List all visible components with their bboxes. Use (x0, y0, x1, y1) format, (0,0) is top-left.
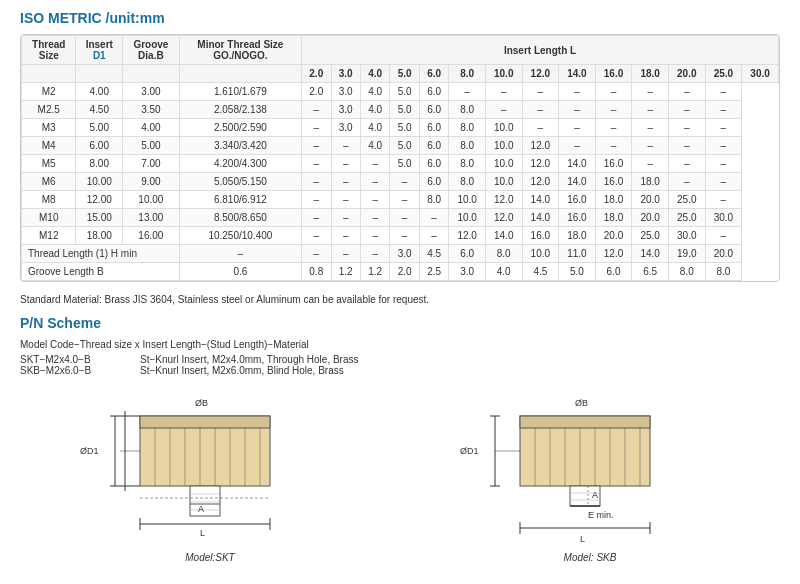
row-length-val: 25.0 (668, 209, 705, 227)
row-length-val: 4.0 (360, 101, 389, 119)
row-length-val: 14.0 (485, 227, 522, 245)
row-length-val: – (331, 137, 360, 155)
page-title: ISO METRIC /unit:mm (20, 10, 780, 26)
row-length-val: – (390, 173, 419, 191)
row-length-val: – (668, 101, 705, 119)
row-insert: 6.00 (76, 137, 123, 155)
row-length-val: – (360, 209, 389, 227)
row-insert: 4.50 (76, 101, 123, 119)
row-length-val: 16.0 (559, 191, 596, 209)
row-length-val: 3.0 (449, 263, 486, 281)
row-length-val: 4.5 (522, 263, 559, 281)
len-30: 30.0 (742, 65, 779, 83)
row-length-val: 10.0 (449, 191, 486, 209)
row-length-val: 3.0 (390, 245, 419, 263)
row-length-val: – (705, 101, 742, 119)
row-length-val: 6.0 (449, 245, 486, 263)
row-length-val: – (331, 227, 360, 245)
row-length-val: 5.0 (390, 101, 419, 119)
spec-table-wrapper: ThreadSize InsertD1 GrooveDia.B Minor Th… (20, 34, 780, 282)
row-length-val: 8.0 (419, 191, 448, 209)
row-length-val: 4.0 (360, 83, 389, 101)
row-length-val: 5.0 (390, 83, 419, 101)
row-length-val: – (705, 191, 742, 209)
row-length-val: 6.5 (632, 263, 669, 281)
row-length-val: – (705, 83, 742, 101)
row-insert: 4.00 (76, 83, 123, 101)
row-length-val: 6.0 (419, 155, 448, 173)
len-25: 25.0 (705, 65, 742, 83)
row-length-val: 20.0 (705, 245, 742, 263)
row-length-val: – (331, 191, 360, 209)
row-length-val: 0.8 (302, 263, 331, 281)
row-length-val: 6.0 (419, 119, 448, 137)
row-length-val: – (302, 173, 331, 191)
row-length-val: 20.0 (632, 191, 669, 209)
row-thread: M2.5 (22, 101, 76, 119)
svg-rect-10 (190, 486, 220, 516)
row-length-val: – (559, 119, 596, 137)
len-6: 6.0 (419, 65, 448, 83)
row-minor: 6.810/6.912 (179, 191, 301, 209)
col-insert-d1: InsertD1 (76, 36, 123, 65)
row-label: Groove Length B (22, 263, 180, 281)
row-length-val: 6.0 (595, 263, 632, 281)
table-row: Groove Length B0.60.81.21.22.02.53.04.04… (22, 263, 779, 281)
col-blank2 (76, 65, 123, 83)
row-thread: M10 (22, 209, 76, 227)
pn-scheme-section: P/N Scheme Model Code−Thread size x Inse… (20, 315, 780, 376)
row-length-val: 3.0 (331, 119, 360, 137)
skb-svg: ØD1 ØB A E min. L (440, 386, 740, 546)
row-length-val: 12.0 (522, 155, 559, 173)
row-length-val: – (331, 245, 360, 263)
skt-svg: ØD1 ØB A L (60, 386, 360, 546)
row-length-val: – (360, 173, 389, 191)
row-groove: 3.00 (123, 83, 180, 101)
row-minor: 8.500/8.650 (179, 209, 301, 227)
row-length-val: – (705, 137, 742, 155)
row-length-val: 2.0 (302, 83, 331, 101)
row-length-val: 10.0 (485, 155, 522, 173)
row-length-val: 6.0 (419, 83, 448, 101)
row-minor: 4.200/4.300 (179, 155, 301, 173)
table-row: M46.005.003.340/3.420––4.05.06.08.010.01… (22, 137, 779, 155)
len-2: 2.0 (302, 65, 331, 83)
skb-label: Model: SKB (564, 552, 617, 563)
row-length-val: 18.0 (632, 173, 669, 191)
row-length-val: 5.0 (390, 119, 419, 137)
row-length-val: 8.0 (668, 263, 705, 281)
row-length-val: – (302, 191, 331, 209)
row-groove: 10.00 (123, 191, 180, 209)
row-length-val: 25.0 (632, 227, 669, 245)
pn-item-desc: St−Knurl Insert, M2x4.0mm, Through Hole,… (140, 354, 359, 365)
row-length-val: 14.0 (522, 209, 559, 227)
row-length-val: 8.0 (449, 155, 486, 173)
table-row: Thread Length (1) H min––––3.04.56.08.01… (22, 245, 779, 263)
row-length-val: 8.0 (449, 137, 486, 155)
len-14: 14.0 (559, 65, 596, 83)
row-length-val: – (302, 155, 331, 173)
skb-l-label: L (580, 534, 585, 544)
row-length-val: 30.0 (668, 227, 705, 245)
row-length-val: – (668, 173, 705, 191)
row-length-val: 12.0 (449, 227, 486, 245)
row-groove: 9.00 (123, 173, 180, 191)
row-length-val: 10.0 (485, 119, 522, 137)
row-insert: 5.00 (76, 119, 123, 137)
row-length-val: 10.0 (449, 209, 486, 227)
row-length-val: 16.0 (522, 227, 559, 245)
len-12: 12.0 (522, 65, 559, 83)
row-length-val: 6.0 (419, 137, 448, 155)
row-length-val: 16.0 (595, 155, 632, 173)
row-groove: 13.00 (123, 209, 180, 227)
row-length-val: 18.0 (595, 191, 632, 209)
table-row: M812.0010.006.810/6.912––––8.010.012.014… (22, 191, 779, 209)
row-insert: 12.00 (76, 191, 123, 209)
row-length-val: – (331, 173, 360, 191)
row-length-val: – (595, 119, 632, 137)
row-length-val: 8.0 (449, 119, 486, 137)
row-length-val: – (705, 119, 742, 137)
row-minor: 2.058/2.138 (179, 101, 301, 119)
len-16: 16.0 (595, 65, 632, 83)
row-length-val: – (331, 209, 360, 227)
